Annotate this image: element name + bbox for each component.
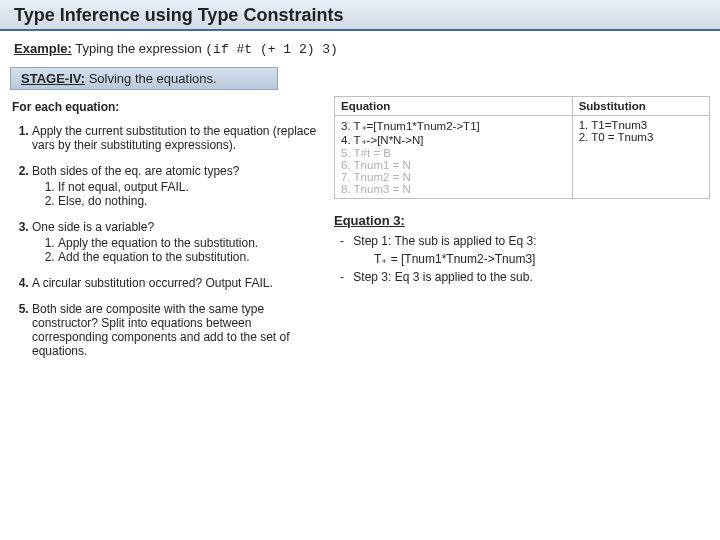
step-3b: Add the equation to the substitution. bbox=[58, 250, 320, 264]
step-1-text: Apply the current substitution to the eq… bbox=[32, 124, 316, 152]
detail-step1-equation: T₊ = [Tnum1*Tnum2->Tnum3] bbox=[374, 252, 710, 266]
step-3-text: One side is a variable? bbox=[32, 220, 154, 234]
step-2: Both sides of the eq. are atomic types? … bbox=[32, 164, 320, 208]
example-intro: Typing the expression bbox=[75, 41, 201, 56]
th-substitution: Substitution bbox=[572, 97, 709, 116]
content-columns: For each equation: Apply the current sub… bbox=[0, 90, 720, 370]
sub-1: 1. T1=Tnum3 bbox=[579, 119, 703, 131]
step-2-text: Both sides of the eq. are atomic types? bbox=[32, 164, 239, 178]
detail-line-2: - Step 3: Eq 3 is applied to the sub. bbox=[340, 270, 710, 284]
eq-4: 4. T₊->[N*N->N] bbox=[341, 133, 566, 147]
detail-step3-text: Step 3: Eq 3 is applied to the sub. bbox=[353, 270, 532, 284]
detail-step1-text: Step 1: The sub is applied to Eq 3: bbox=[353, 234, 536, 248]
step-5-text: Both side are composite with the same ty… bbox=[32, 302, 290, 358]
page-title: Type Inference using Type Constraints bbox=[14, 5, 706, 26]
example-code: (if #t (+ 1 2) 3) bbox=[205, 42, 338, 57]
eq-6: 6. Tnum1 = N bbox=[341, 159, 566, 171]
step-3: One side is a variable? Apply the equati… bbox=[32, 220, 320, 264]
algorithm-steps: Apply the current substitution to the eq… bbox=[10, 124, 320, 358]
step-2a: If not equal, output FAIL. bbox=[58, 180, 320, 194]
step-3a: Apply the equation to the substitution. bbox=[58, 236, 320, 250]
eq-5: 5. T#t = B bbox=[341, 147, 566, 159]
equation-cell: 3. T₊=[Tnum1*Tnum2->T1] 4. T₊->[N*N->N] … bbox=[335, 116, 573, 199]
substitution-cell: 1. T1=Tnum3 2. T0 = Tnum3 bbox=[572, 116, 709, 199]
detail-heading: Equation 3: bbox=[334, 213, 710, 228]
sub-2: 2. T0 = Tnum3 bbox=[579, 131, 703, 143]
equations-table: Equation Substitution 3. T₊=[Tnum1*Tnum2… bbox=[334, 96, 710, 199]
equation-detail: Equation 3: - Step 1: The sub is applied… bbox=[334, 213, 710, 284]
step-2b: Else, do nothing. bbox=[58, 194, 320, 208]
example-label: Example: bbox=[14, 41, 72, 56]
eq-3: 3. T₊=[Tnum1*Tnum2->T1] bbox=[341, 119, 566, 133]
stage-text: Solving the equations. bbox=[89, 71, 217, 86]
eq-7: 7. Tnum2 = N bbox=[341, 171, 566, 183]
for-each-heading: For each equation: bbox=[12, 100, 320, 114]
detail-line-1: - Step 1: The sub is applied to Eq 3: bbox=[340, 234, 710, 248]
step-1: Apply the current substitution to the eq… bbox=[32, 124, 320, 152]
step-4-text: A circular substitution occurred? Output… bbox=[32, 276, 273, 290]
equations-column: Equation Substitution 3. T₊=[Tnum1*Tnum2… bbox=[334, 96, 710, 370]
step-4: A circular substitution occurred? Output… bbox=[32, 276, 320, 290]
th-equation: Equation bbox=[335, 97, 573, 116]
eq-8: 8. Tnum3 = N bbox=[341, 183, 566, 195]
title-bar: Type Inference using Type Constraints bbox=[0, 0, 720, 31]
example-line: Example: Typing the expression (if #t (+… bbox=[0, 31, 720, 63]
stage-prefix: STAGE-IV: bbox=[21, 71, 85, 86]
step-5: Both side are composite with the same ty… bbox=[32, 302, 320, 358]
algorithm-column: For each equation: Apply the current sub… bbox=[10, 96, 320, 370]
stage-bar: STAGE-IV: Solving the equations. bbox=[10, 67, 278, 90]
